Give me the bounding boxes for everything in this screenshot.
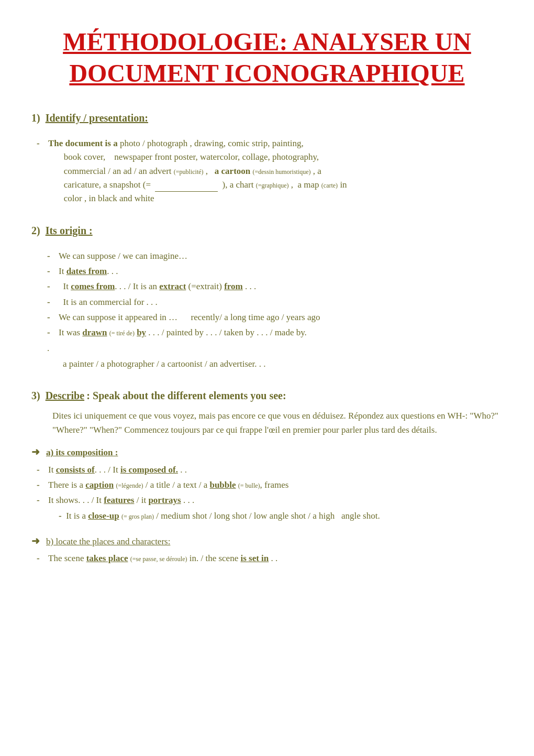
title-line1: MÉTHODOLOGIE: ANALYSER UN (63, 28, 471, 56)
section-3-header: 3) Describe : Speak about the different … (31, 388, 503, 404)
section-1-content: - The document is a photo / photograph ,… (31, 137, 503, 206)
subsection-a-label: a) its composition : (46, 446, 118, 459)
section-3: 3) Describe : Speak about the different … (31, 388, 503, 565)
title-line2: DOCUMENT ICONOGRAPHIQUE (69, 59, 464, 87)
subsection-b-item-1: - The scene takes place (=se passe, se d… (31, 552, 503, 565)
section-2: 2) Its origin : - We can suppose / we ca… (31, 223, 503, 371)
dash-icon: - (37, 494, 48, 507)
section-1-number: 1) (31, 110, 40, 126)
arrow-icon: ➜ (31, 444, 46, 459)
subsection-a-shot: - It is a close-up (= gros plan) / mediu… (31, 509, 503, 523)
dash-icon: - (47, 265, 59, 278)
dash-icon: - (59, 511, 62, 521)
section-2-item-3: - It comes from. . . / It is an extract … (42, 280, 503, 293)
subsection-b-label: b) locate the places and characters: (46, 535, 170, 549)
section-2-item-1: - We can suppose / we can imagine… (42, 249, 503, 263)
main-title: MÉTHODOLOGIE: ANALYSER UN DOCUMENT ICONO… (63, 26, 471, 89)
section-2-item-5: - We can suppose it appeared in … recent… (42, 311, 503, 324)
dash-icon: - (37, 137, 48, 150)
section-1: 1) Identify / presentation: - The docume… (31, 110, 503, 206)
section-1-body: The document is a photo / photograph , d… (48, 137, 347, 206)
subsection-a-item-2: - There is a caption (=légende) / a titl… (31, 478, 503, 492)
title-block: MÉTHODOLOGIE: ANALYSER UN DOCUMENT ICONO… (31, 26, 503, 89)
subsection-a-item-1: - It consists of. . . / It is composed o… (31, 463, 503, 477)
section-2-heading: Its origin : (46, 223, 93, 239)
dash-icon: - (47, 295, 59, 309)
section-2-extra: a painter / a photographer / a cartoonis… (42, 357, 503, 371)
blank-field (155, 191, 218, 192)
section-2-item-4: - It is an commercial for . . . (42, 295, 503, 309)
dash-icon: - (47, 249, 59, 263)
dash-icon: - (37, 478, 48, 492)
dash-icon: - (37, 552, 48, 565)
section-3-description: Dites ici uniquement ce que vous voyez, … (31, 409, 503, 437)
section-1-header: 1) Identify / presentation: (31, 110, 503, 132)
section-2-bullets: - We can suppose / we can imagine… - It … (31, 249, 503, 371)
dash-icon: - (47, 280, 59, 293)
section-3-arrow-a: ➜ a) its composition : (31, 444, 503, 459)
section-2-header: 2) Its origin : (31, 223, 503, 244)
dash-icon: - (37, 463, 48, 477)
dash-icon: - (47, 311, 59, 324)
section-1-heading: Identify / presentation: (46, 110, 148, 126)
section-2-item-2: - It dates from. . . (42, 265, 503, 278)
subsection-a-item-3: - It shows. . . / It features / it portr… (31, 494, 503, 507)
section-3-subsection-b-block: ➜ b) locate the places and characters: -… (31, 533, 503, 566)
section-2-dot: . (42, 342, 503, 355)
dash-icon: - (47, 326, 59, 339)
arrow-icon: ➜ (31, 533, 46, 549)
section-3-number: 3) (31, 388, 40, 404)
section-3-heading: Describe : Speak about the different ele… (46, 388, 286, 404)
section-3-arrow-b: ➜ b) locate the places and characters: (31, 533, 503, 549)
section-2-item-6: - It was drawn (= tiré de) by . . . / pa… (42, 326, 503, 339)
section-2-number: 2) (31, 223, 40, 239)
